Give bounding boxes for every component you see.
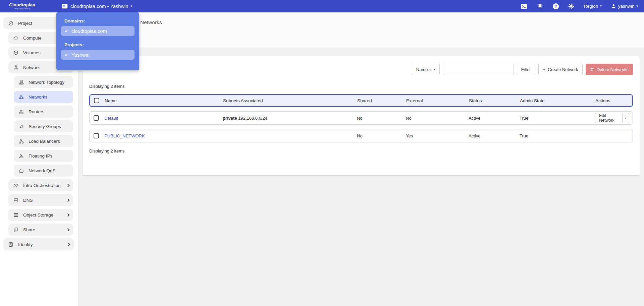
- items-count: Displaying 2 items: [89, 84, 633, 89]
- subnets-cell: private 192.168.0.0/24: [223, 116, 357, 121]
- sidebar-item-routers[interactable]: Routers: [14, 106, 73, 118]
- user-icon: [611, 4, 616, 9]
- sidebar-item-infra-orchestration[interactable]: Infra Orchestration: [8, 179, 73, 191]
- gear-icon[interactable]: [568, 3, 574, 9]
- sidebar-item-network-topology[interactable]: Network Topology: [14, 76, 73, 88]
- column-header-admin-state[interactable]: Admin State: [520, 98, 595, 103]
- top-navbar: Cloudtopiaa Your Cloud Partner cloudtopi…: [0, 0, 644, 12]
- sidebar-item-dns[interactable]: DNS: [8, 194, 73, 206]
- sidebar-item-label: Network: [23, 65, 40, 70]
- sidebar-item-label: Project: [18, 21, 32, 26]
- switcher-label: cloudtopiaa.com • Yashwin: [70, 4, 128, 9]
- create-network-button[interactable]: + Create Network: [538, 64, 583, 75]
- domain-project-switcher[interactable]: cloudtopiaa.com • Yashwin ▾: [62, 4, 132, 9]
- status-cell: Active: [469, 133, 520, 138]
- shared-cell: No: [357, 133, 406, 138]
- user-menu[interactable]: yashwin ▾: [611, 4, 638, 9]
- delete-networks-button[interactable]: Delete Networks: [586, 64, 633, 75]
- select-all-checkbox[interactable]: [94, 98, 99, 103]
- sidebar-item-object-storage[interactable]: Object Storage: [8, 209, 73, 221]
- sidebar-item-label: DNS: [23, 198, 33, 203]
- filter-input[interactable]: [443, 64, 514, 75]
- admin-state-cell: True: [520, 133, 595, 138]
- column-header-external[interactable]: External: [406, 98, 469, 103]
- actions-cell: Edit Network ▾: [595, 113, 633, 123]
- external-cell: No: [406, 116, 469, 121]
- project-icon: [8, 20, 14, 26]
- compute-icon: [13, 35, 19, 41]
- sidebar-item-label: Identity: [18, 242, 33, 247]
- region-label: Region: [584, 4, 598, 9]
- sidebar-item-network-qos[interactable]: Network QoS: [14, 165, 73, 177]
- chevron-down-icon: ▾: [600, 5, 602, 8]
- sidebar-item-identity[interactable]: Identity: [3, 238, 74, 250]
- row-checkbox[interactable]: [94, 115, 99, 121]
- console-icon[interactable]: [521, 4, 527, 9]
- chevron-down-icon: ▾: [131, 5, 132, 8]
- row-checkbox[interactable]: [94, 133, 99, 138]
- bell-icon[interactable]: [537, 3, 543, 9]
- sidebar-item-share[interactable]: Share: [8, 224, 73, 236]
- select-all-cell: [90, 98, 105, 103]
- filter-field-select[interactable]: Name = ▾: [412, 64, 440, 75]
- sidebar-item-label: Share: [23, 227, 35, 232]
- chevron-right-icon: [66, 213, 70, 217]
- column-header-shared[interactable]: Shared: [357, 98, 406, 103]
- column-header-name[interactable]: Name: [105, 98, 223, 103]
- filter-field-label: Name =: [416, 67, 432, 72]
- column-header-status[interactable]: Status: [469, 98, 520, 103]
- network-name-link[interactable]: Default: [104, 116, 118, 121]
- share-icon: [13, 227, 19, 233]
- column-header-subnets[interactable]: Subnets Associated: [223, 98, 357, 103]
- brand-name: Cloudtopiaa: [0, 3, 44, 7]
- items-count: Displaying 2 items: [89, 148, 633, 154]
- sidebar-item-label: Routers: [29, 109, 44, 114]
- routers-icon: [18, 109, 24, 115]
- sidebar-item-floating-ips[interactable]: Floating IPs: [14, 150, 73, 162]
- edit-network-button[interactable]: Edit Network: [595, 113, 622, 123]
- security-groups-icon: [18, 124, 24, 129]
- chevron-right-icon: [66, 184, 70, 187]
- chevron-right-icon: [66, 228, 70, 231]
- main-content: Networks Name = ▾ Filter + Create Networ…: [78, 12, 644, 306]
- table-toolbar: Name = ▾ Filter + Create Network Delete …: [89, 64, 633, 75]
- column-header-actions: Actions: [595, 98, 632, 103]
- help-icon[interactable]: ?: [553, 3, 559, 9]
- floating-ips-icon: [18, 153, 24, 159]
- check-icon: ✔: [65, 29, 68, 34]
- sidebar-item-label: Networks: [29, 95, 47, 100]
- networks-card: Name = ▾ Filter + Create Network Delete …: [83, 56, 640, 175]
- sidebar-item-label: Infra Orchestration: [23, 183, 61, 188]
- trash-icon: [590, 67, 594, 72]
- projects-section-label: Projects:: [64, 42, 135, 47]
- network-name-link[interactable]: PUBLIC_NETWORK: [104, 133, 145, 138]
- external-cell: Yes: [406, 133, 469, 138]
- domain-option-cloudtopiaa[interactable]: ✔ cloudtopiaa.com: [61, 26, 135, 36]
- page-header-band: Networks: [78, 12, 644, 48]
- list-icon: [62, 4, 68, 9]
- project-option-yashwin[interactable]: ✔ Yashwin: [61, 50, 135, 60]
- sidebar-item-label: Network Topology: [29, 80, 64, 85]
- admin-state-cell: True: [520, 116, 595, 121]
- table-row: PUBLIC_NETWORK No Yes Active True: [89, 129, 633, 142]
- domains-section-label: Domains:: [64, 18, 135, 23]
- sidebar-item-networks[interactable]: Networks: [14, 91, 73, 103]
- dns-icon: [13, 197, 19, 203]
- region-menu[interactable]: Region ▾: [584, 4, 601, 9]
- brand-logo[interactable]: Cloudtopiaa Your Cloud Partner: [0, 3, 44, 9]
- delete-networks-label: Delete Networks: [597, 67, 629, 72]
- chevron-right-icon: [67, 243, 70, 246]
- edit-network-split-button: Edit Network ▾: [595, 113, 629, 123]
- subnet-name: private: [223, 116, 237, 121]
- sidebar-item-load-balancers[interactable]: Load Balancers: [14, 135, 73, 147]
- table-header-row: Name Subnets Associated Shared External …: [89, 94, 633, 107]
- create-network-label: Create Network: [548, 67, 578, 72]
- sidebar-item-security-groups[interactable]: Security Groups: [14, 120, 73, 132]
- filter-button[interactable]: Filter: [517, 64, 535, 75]
- infra-orchestration-icon: [13, 183, 19, 188]
- row-select-cell: [90, 133, 104, 138]
- filter-button-label: Filter: [521, 67, 531, 72]
- load-balancers-icon: [18, 138, 24, 144]
- status-cell: Active: [469, 116, 520, 121]
- actions-dropdown-toggle[interactable]: ▾: [622, 113, 629, 123]
